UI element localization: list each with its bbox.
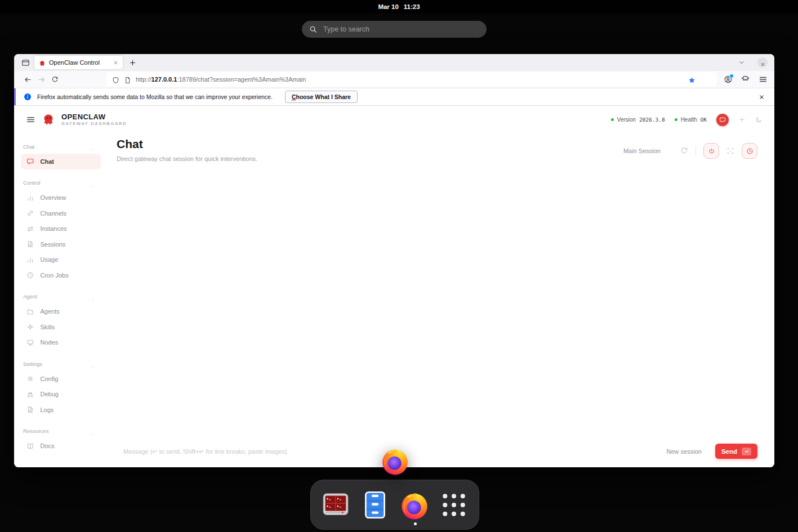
notification-text: Firefox automatically sends some data to… <box>37 93 273 100</box>
data-notification-bar: Firefox automatically sends some data to… <box>14 88 774 106</box>
sidebar-item-channels[interactable]: Channels <box>21 205 101 221</box>
enter-key-badge <box>742 448 751 455</box>
app-grid-icon <box>438 489 470 521</box>
sidebar-item-agents[interactable]: Agents <box>21 304 101 320</box>
clock-time: 11:23 <box>404 3 420 10</box>
files-app-icon <box>359 489 391 521</box>
notification-close-icon[interactable] <box>759 94 765 100</box>
chat-bubble-button[interactable] <box>716 114 729 126</box>
clock[interactable]: Mar 10 11:23 <box>378 3 420 10</box>
dock-item-firefox[interactable] <box>399 489 430 521</box>
sidebar-item-overview[interactable]: Overview <box>21 190 101 206</box>
sidebar-item-skills[interactable]: Skills <box>21 319 101 335</box>
openclaw-page: OPENCLAW GATEWAY DASHBOARD Version 2026.… <box>14 106 774 467</box>
bookmark-star-icon[interactable] <box>688 76 696 83</box>
power-icon <box>708 147 715 155</box>
reload-button[interactable] <box>48 73 61 86</box>
focus-button[interactable] <box>726 147 734 155</box>
status-dot-icon <box>611 118 614 121</box>
openclaw-favicon-icon <box>39 59 46 66</box>
page-info-icon[interactable] <box>124 76 131 83</box>
bug-icon <box>26 391 34 399</box>
monitor-icon <box>26 339 34 347</box>
dark-mode-button[interactable] <box>755 116 763 123</box>
new-session-button[interactable]: New session <box>663 448 705 455</box>
menu-button[interactable] <box>759 75 768 84</box>
sidebar-item-usage[interactable]: Usage <box>21 252 101 268</box>
clock-icon <box>746 147 754 155</box>
chevron-down-icon[interactable] <box>91 361 95 366</box>
plus-button[interactable] <box>738 116 746 123</box>
sidebar-section-control: Control <box>21 176 101 190</box>
url-bar[interactable]: http://127.0.0.1:18789/chat?session=agen… <box>106 72 717 87</box>
clock-date: Mar 10 <box>378 3 398 10</box>
sidebar-item-docs[interactable]: Docs <box>21 439 101 454</box>
dock-item-files[interactable] <box>359 489 391 521</box>
chat-bubble-icon <box>719 117 726 123</box>
chevron-down-icon[interactable] <box>91 429 95 433</box>
sidebar-section-settings: Settings <box>21 356 101 371</box>
back-button[interactable] <box>21 73 34 86</box>
link-icon <box>26 209 34 217</box>
sidebar-item-chat[interactable]: Chat <box>21 154 101 169</box>
chat-icon <box>26 158 34 166</box>
forward-button[interactable] <box>34 73 48 86</box>
status-dot-icon <box>675 118 677 121</box>
window-close-button[interactable] <box>757 57 768 68</box>
send-button[interactable]: Send <box>715 444 757 459</box>
session-toolbar: Main Session <box>623 143 757 159</box>
firefox-launch-icon <box>380 445 411 476</box>
health-value: OK <box>701 117 707 123</box>
search-input[interactable] <box>322 25 479 34</box>
extensions-button[interactable] <box>741 75 750 84</box>
info-icon <box>24 93 32 101</box>
power-session-button[interactable] <box>703 143 719 159</box>
chevron-down-icon[interactable] <box>91 144 95 149</box>
sidebar-item-config[interactable]: Config <box>21 371 101 387</box>
sidebar-item-debug[interactable]: Debug <box>21 387 101 403</box>
openclaw-logo-icon <box>42 113 55 127</box>
bar-chart-icon <box>26 194 34 202</box>
tab-close-icon[interactable] <box>113 60 118 65</box>
enter-icon <box>744 449 749 454</box>
navigation-bar: http://127.0.0.1:18789/chat?session=agen… <box>14 71 774 88</box>
chevron-down-icon[interactable] <box>91 294 95 299</box>
chevron-down-icon[interactable] <box>91 181 95 185</box>
history-button[interactable] <box>742 143 757 159</box>
sidebar-item-cron-jobs[interactable]: Cron Jobs <box>21 267 101 283</box>
dock <box>310 480 479 530</box>
firefox-window: OpenClaw Control http://127.0.0.1:18789/… <box>14 54 774 467</box>
shield-icon[interactable] <box>112 76 119 83</box>
folder-icon <box>26 308 34 316</box>
choose-what-i-share-button[interactable]: Choose What I Share <box>285 91 358 103</box>
refresh-button[interactable] <box>680 147 688 155</box>
file-text-icon <box>26 406 34 414</box>
tab-list-chevron-icon[interactable] <box>738 59 745 66</box>
sidebar-item-instances[interactable]: Instances <box>21 221 101 237</box>
desktop: Mar 10 11:23 OpenClaw Control <box>0 0 798 532</box>
sidebar-item-nodes[interactable]: Nodes <box>21 335 101 351</box>
clock-icon <box>26 271 34 279</box>
arrows-swap-icon <box>26 225 34 233</box>
gear-icon <box>26 375 34 383</box>
divider <box>696 146 696 156</box>
composer: New session Send <box>117 444 757 459</box>
search-bar[interactable] <box>302 21 487 38</box>
firefox-running-dot <box>414 522 417 525</box>
tab-openclaw-control[interactable]: OpenClaw Control <box>34 56 123 69</box>
brand-subtitle: GATEWAY DASHBOARD <box>61 122 127 126</box>
account-button[interactable] <box>724 75 733 84</box>
new-tab-button[interactable] <box>129 59 136 66</box>
bar-chart-icon <box>26 256 34 264</box>
dock-item-terminal[interactable] <box>320 489 351 521</box>
top-bar: Mar 10 11:23 <box>0 0 798 14</box>
sidebar-toggle-button[interactable] <box>26 115 35 124</box>
brand-name: OPENCLAW <box>61 113 127 121</box>
dock-item-app-grid[interactable] <box>438 489 470 521</box>
firefox-view-button[interactable] <box>21 59 30 67</box>
url-text: http://127.0.0.1:18789/chat?session=agen… <box>136 76 306 83</box>
close-icon <box>760 60 765 65</box>
sidebar-item-sessions[interactable]: Sessions <box>21 236 101 252</box>
session-name: Main Session <box>623 147 661 154</box>
sidebar-item-logs[interactable]: Logs <box>21 402 101 418</box>
